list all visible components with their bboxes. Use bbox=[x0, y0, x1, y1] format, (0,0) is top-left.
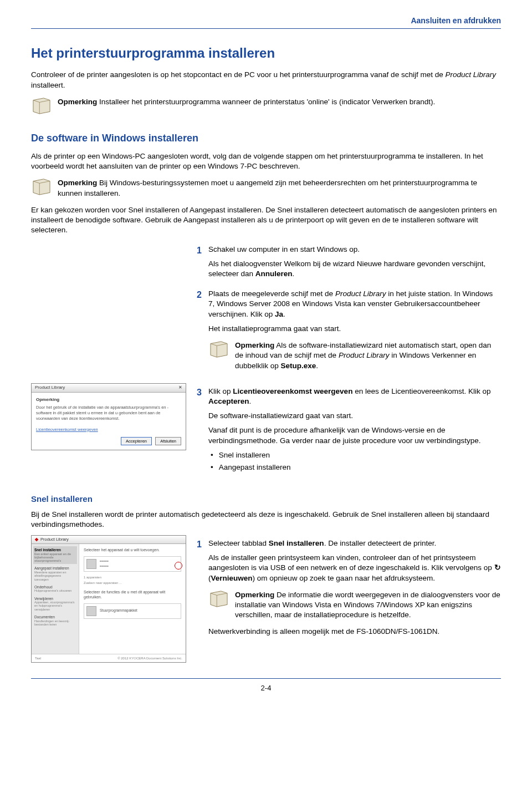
step-3-p1-a: Klik op bbox=[208, 387, 233, 395]
installer-window: ◆ Product Library Snel installeren Een e… bbox=[31, 535, 186, 663]
dialog-body-text: Door het gebruik of de installatie van d… bbox=[36, 405, 181, 421]
intro-text-a: Controleer of de printer aangesloten is … bbox=[31, 70, 445, 79]
header-rule bbox=[31, 28, 501, 29]
list-item: Aangepast installeren bbox=[211, 462, 501, 472]
accept-button[interactable]: Accepteren bbox=[121, 437, 152, 445]
step-b1-p1-a: Selecteer tabblad bbox=[208, 539, 269, 547]
dialog-titlebar: Product Library ✕ bbox=[32, 384, 186, 393]
installer-content: Selecteer het apparaat dat u wilt toevoe… bbox=[79, 544, 186, 654]
note-2-label: Opmerking bbox=[58, 179, 97, 187]
step-b1-note-label: Opmerking bbox=[235, 591, 274, 599]
step-3-p2: De software-installatiewizard gaat van s… bbox=[208, 411, 501, 421]
step-3-p1-mid: en lees de Licentieovereenkomst. Klik op bbox=[352, 387, 490, 395]
installer-title-text: Product Library bbox=[40, 537, 69, 542]
step-b1: 1 Selecteer tabblad Snel installeren. De… bbox=[193, 538, 501, 642]
footer-tool: Taal bbox=[35, 656, 41, 660]
step-1: 1 Schakel uw computer in en start Window… bbox=[193, 245, 501, 284]
step-b1-p2-tail: ) om opnieuw op zoek te gaan naar het af… bbox=[253, 574, 435, 582]
step-3-p1-b2: Accepteren bbox=[208, 397, 249, 405]
sidebar-item-aangepast[interactable]: Aangepast installeren Meerdere apparaten… bbox=[33, 565, 77, 582]
step-2-p1-tail: . bbox=[283, 310, 285, 318]
dialog-heading: Opmerking bbox=[36, 397, 181, 403]
step-2-note-text: Opmerking Als de software-installatiewiz… bbox=[235, 340, 501, 371]
note-1-label: Opmerking bbox=[58, 98, 97, 106]
step-2-note-italic: Product Library bbox=[339, 351, 390, 359]
note-2-body: Bij Windows-besturingssystemen moet u aa… bbox=[58, 179, 477, 197]
sidebar-item-onderhoud[interactable]: Onderhoud Hulpprogramma's uitvoeren bbox=[33, 583, 77, 594]
note-icon bbox=[31, 178, 52, 196]
install-modes-paragraph: Er kan gekozen worden voor Snel installe… bbox=[31, 205, 501, 236]
step-3-p1-b1: Licentieovereenkomst weergeven bbox=[233, 387, 352, 395]
note-icon bbox=[208, 340, 229, 358]
package-icon bbox=[86, 606, 96, 616]
sidebar-item-label: Aangepast installeren bbox=[34, 566, 76, 570]
step-2: 2 Plaats de meegeleverde schijf met de P… bbox=[193, 289, 501, 378]
sidebar-item-label: Snel installeren bbox=[34, 548, 76, 552]
step-2-note-tail: . bbox=[316, 362, 318, 370]
step-b1-note-body: De informatie die wordt weergegeven in d… bbox=[235, 591, 500, 619]
close-icon[interactable]: ✕ bbox=[178, 385, 182, 391]
installer-titlebar: ◆ Product Library bbox=[32, 536, 186, 544]
step-1-p2-tail: . bbox=[293, 270, 295, 278]
sidebar-item-sub: Handleidingen en leesmij-bestanden lezen bbox=[34, 619, 76, 627]
step-2-note-bold: Setup.exe bbox=[281, 362, 316, 370]
sidebar-item-sub: Apparaten, stuurprogramma's en hulpprogr… bbox=[34, 601, 76, 611]
step-3: 3 Klik op Licentieovereenkomst weergeven… bbox=[193, 387, 501, 477]
step-number: 2 bbox=[193, 289, 202, 301]
installer-sidebar: Snel installeren Een enkel apparaat en d… bbox=[32, 544, 79, 654]
section-header: Aansluiten en afdrukken bbox=[31, 16, 501, 26]
kyocera-logo-icon: ◆ bbox=[35, 537, 38, 542]
refresh-icon: ↻ bbox=[494, 563, 501, 573]
step-3-p3: Vanaf dit punt is de procedure afhankeli… bbox=[208, 425, 501, 445]
printer-icon bbox=[86, 559, 96, 569]
content-heading: Selecteer het apparaat dat u wilt toevoe… bbox=[84, 547, 181, 552]
device-hint: Zoeken naar apparaten ... bbox=[84, 581, 181, 585]
close-button[interactable]: Afsluiten bbox=[155, 437, 181, 445]
step-b1-note-text: Opmerking De informatie die wordt weerge… bbox=[235, 590, 501, 621]
device-count: 1 apparaten bbox=[84, 575, 181, 580]
step-1-p2: Als het dialoogvenster Welkom bij de wiz… bbox=[208, 259, 501, 279]
sidebar-item-label: Documenten bbox=[34, 615, 76, 619]
sidebar-item-sub: Meerdere apparaten en afstellingsgegeven… bbox=[34, 571, 76, 581]
intro-text-b: installeert. bbox=[31, 81, 65, 89]
step-b1-p1-bold: Snel installeren bbox=[269, 539, 324, 547]
feature-row[interactable]: Stuurprogrammapakket bbox=[84, 603, 181, 619]
note-icon bbox=[208, 590, 229, 608]
feature-label: Stuurprogrammapakket bbox=[100, 608, 137, 613]
license-link[interactable]: Licentieovereenkomst weergeven bbox=[36, 427, 98, 432]
footer-rule bbox=[31, 678, 501, 679]
page-number: 2-4 bbox=[31, 683, 501, 693]
device-label: ━━━━━━━━ bbox=[100, 559, 109, 568]
step-b1-p1-tail: . De installer detecteert de printer. bbox=[324, 539, 437, 547]
step-2-note-label: Opmerking bbox=[235, 341, 274, 349]
step-2-note: Opmerking Als de software-installatiewiz… bbox=[208, 340, 501, 371]
device-row[interactable]: ━━━━━━━━ bbox=[84, 556, 181, 572]
note-1-body: Installeer het printerstuurprogramma wan… bbox=[97, 98, 435, 106]
intro-italic: Product Library bbox=[445, 70, 496, 79]
snel-installeren-intro: Bij de Snel installeren wordt de printer… bbox=[31, 510, 501, 530]
page-title: Het printerstuurprogramma installeren bbox=[31, 44, 501, 62]
footer-copyright: © 2012 KYOCERA Document Solutions Inc. bbox=[117, 656, 182, 660]
step-2-p1-a: Plaats de meegeleverde schijf met de bbox=[208, 289, 335, 298]
sidebar-item-snel[interactable]: Snel installeren Een enkel apparaat en d… bbox=[33, 546, 77, 564]
sidebar-item-documenten[interactable]: Documenten Handleidingen en leesmij-best… bbox=[33, 613, 77, 628]
step-3-p1: Klik op Licentieovereenkomst weergeven e… bbox=[208, 387, 501, 406]
step-2-p1-italic: Product Library bbox=[335, 289, 386, 298]
step-b1-note: Opmerking De informatie die wordt weerge… bbox=[208, 590, 501, 621]
sidebar-item-verwijderen[interactable]: Verwijderen Apparaten, stuurprogramma's … bbox=[33, 595, 77, 613]
sidebar-item-label: Verwijderen bbox=[34, 597, 76, 601]
step-number: 3 bbox=[193, 387, 202, 399]
step-b1-p1: Selecteer tabblad Snel installeren. De i… bbox=[208, 538, 501, 548]
dialog-title-text: Product Library bbox=[35, 385, 65, 391]
note-1: Opmerking Installeer het printerstuurpro… bbox=[31, 97, 501, 115]
step-b1-p2-a: Als de installer geen printsysteem kan v… bbox=[208, 553, 494, 572]
sidebar-item-sub: Een enkel apparaat en de bijbehorende st… bbox=[34, 552, 76, 563]
step-1-p2-bold: Annuleren bbox=[255, 270, 293, 278]
license-dialog: Product Library ✕ Opmerking Door het geb… bbox=[31, 383, 186, 451]
note-icon bbox=[31, 97, 52, 115]
step-b1-trailing: Netwerkverbinding is alleen mogelijk met… bbox=[208, 627, 501, 637]
sidebar-item-label: Onderhoud bbox=[34, 585, 76, 589]
step-2-p1: Plaats de meegeleverde schijf met de Pro… bbox=[208, 289, 501, 319]
step-list-a-top: 1 Schakel uw computer in en start Window… bbox=[193, 245, 501, 378]
installer-footer: Taal © 2012 KYOCERA Document Solutions I… bbox=[32, 654, 186, 662]
